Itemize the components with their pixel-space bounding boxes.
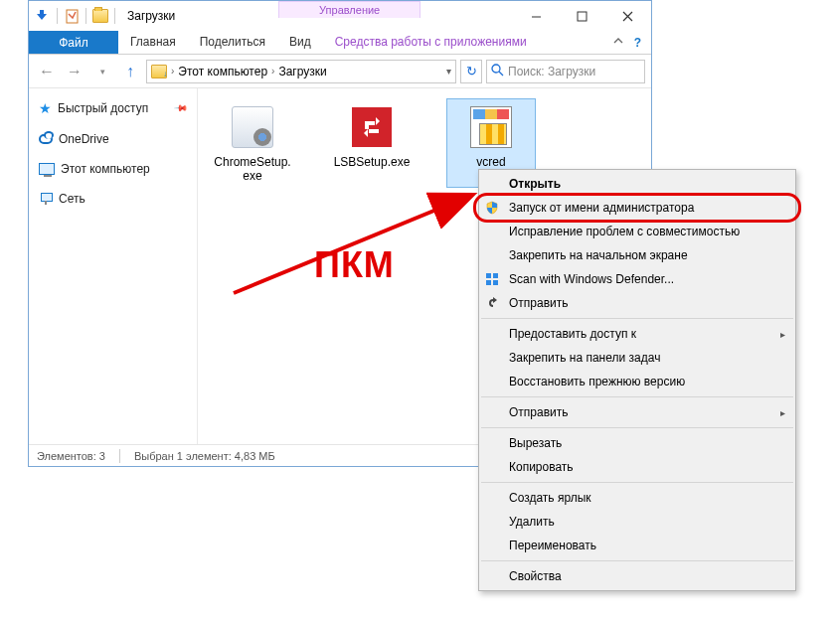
ctx-grant-access[interactable]: Предоставить доступ к▸ <box>479 322 795 346</box>
file-item[interactable]: LSBSetup.exe <box>327 98 417 188</box>
ctx-delete[interactable]: Удалить <box>479 510 795 534</box>
ctx-item-label: Закрепить на панели задач <box>509 351 660 365</box>
close-button[interactable] <box>605 1 651 31</box>
file-item[interactable]: ChromeSetup.exe <box>208 98 297 188</box>
sidebar-network[interactable]: Сеть <box>33 188 193 210</box>
ctx-compat-troubleshoot[interactable]: Исправление проблем с совместимостью <box>479 220 795 243</box>
sidebar-item-label: OneDrive <box>59 132 109 146</box>
tab-view[interactable]: Вид <box>277 31 323 54</box>
sidebar-onedrive[interactable]: OneDrive <box>33 128 193 150</box>
cloud-icon <box>39 134 53 144</box>
search-icon <box>491 64 504 79</box>
search-box[interactable]: Поиск: Загрузки <box>486 60 645 83</box>
properties-icon[interactable] <box>64 8 80 24</box>
svg-line-4 <box>499 72 503 76</box>
ctx-rename[interactable]: Переименовать <box>479 534 795 557</box>
ctx-pin-taskbar[interactable]: Закрепить на панели задач <box>479 346 795 370</box>
contextual-tab-manage[interactable]: Управление <box>278 1 420 18</box>
ctx-cut[interactable]: Вырезать <box>479 431 795 455</box>
ctx-item-label: Scan with Windows Defender... <box>509 272 674 286</box>
ctx-item-label: Запуск от имени администратора <box>509 201 694 215</box>
tab-home[interactable]: Главная <box>118 31 188 54</box>
shield-icon <box>485 201 499 215</box>
minimize-button[interactable] <box>514 1 560 31</box>
svg-point-3 <box>492 65 500 73</box>
context-menu: Открыть Запуск от имени администратора И… <box>478 169 796 591</box>
tab-app-tools[interactable]: Средства работы с приложениями <box>323 31 539 54</box>
ctx-defender-scan[interactable]: Scan with Windows Defender... <box>479 267 795 291</box>
share-icon <box>485 295 501 311</box>
status-item-count: Элементов: 3 <box>37 450 105 462</box>
search-placeholder: Поиск: Загрузки <box>508 65 595 78</box>
quick-access-toolbar: Загрузки <box>29 1 185 31</box>
defender-icon <box>485 272 499 286</box>
breadcrumb-folder[interactable]: Загрузки <box>278 65 326 78</box>
nav-bar: ← → ▾ ↑ › Этот компьютер › Загрузки ▾ ↻ … <box>29 55 651 88</box>
sidebar-quick-access[interactable]: ★ Быстрый доступ 📌 <box>33 96 193 120</box>
ctx-item-label: Предоставить доступ к <box>509 327 636 341</box>
ctx-item-label: Удалить <box>509 515 555 529</box>
svg-rect-12 <box>486 273 491 278</box>
ctx-open[interactable]: Открыть <box>479 172 795 196</box>
ctx-item-label: Создать ярлык <box>509 491 591 505</box>
breadcrumb-root[interactable]: Этот компьютер <box>178 65 267 78</box>
ctx-share[interactable]: Отправить <box>479 291 795 315</box>
nav-pane: ★ Быстрый доступ 📌 OneDrive Этот компьют… <box>29 88 198 444</box>
svg-rect-2 <box>578 12 587 21</box>
ctx-send-to[interactable]: Отправить▸ <box>479 400 795 424</box>
svg-rect-13 <box>493 273 498 278</box>
ctx-item-label: Исправление проблем с совместимостью <box>509 225 740 238</box>
folder-icon[interactable] <box>92 9 108 23</box>
computer-icon <box>39 163 55 175</box>
installer-icon <box>232 106 273 148</box>
chevron-right-icon[interactable]: › <box>271 66 274 77</box>
sidebar-item-label: Сеть <box>59 192 85 206</box>
ctx-run-as-admin[interactable]: Запуск от имени администратора <box>479 196 795 220</box>
nav-forward-button[interactable]: → <box>63 60 86 83</box>
ctx-item-label: Свойства <box>509 569 562 583</box>
chevron-right-icon[interactable]: › <box>171 66 174 77</box>
sidebar-this-pc[interactable]: Этот компьютер <box>33 158 193 180</box>
address-dropdown-icon[interactable]: ▾ <box>446 66 451 77</box>
refresh-button[interactable]: ↻ <box>460 60 482 83</box>
ctx-create-shortcut[interactable]: Создать ярлык <box>479 486 795 510</box>
down-arrow-icon[interactable] <box>33 7 51 25</box>
ctx-pin-start[interactable]: Закрепить на начальном экране <box>479 243 795 267</box>
ctx-item-label: Вырезать <box>509 436 562 450</box>
ctx-item-label: Копировать <box>509 460 574 474</box>
annotation-label: ПКМ <box>314 244 395 286</box>
help-icon[interactable]: ? <box>634 36 641 50</box>
file-name: vcred <box>476 155 505 169</box>
file-name: LSBSetup.exe <box>334 155 411 169</box>
ctx-copy[interactable]: Копировать <box>479 455 795 479</box>
ribbon-collapse-icon[interactable] <box>612 35 624 50</box>
title-bar: Загрузки Управление <box>29 1 651 31</box>
file-name: ChromeSetup.exe <box>213 155 292 183</box>
sidebar-item-label: Быстрый доступ <box>58 101 148 115</box>
installer-icon <box>470 106 512 148</box>
tab-share[interactable]: Поделиться <box>188 31 277 54</box>
nav-back-button[interactable]: ← <box>35 60 59 83</box>
ctx-item-label: Переименовать <box>509 539 596 552</box>
nav-up-button[interactable]: ↑ <box>118 60 142 83</box>
ctx-properties[interactable]: Свойства <box>479 564 795 588</box>
ctx-item-label: Отправить <box>509 405 569 419</box>
app-icon <box>352 107 392 147</box>
network-icon <box>39 193 53 205</box>
svg-rect-15 <box>493 280 498 285</box>
tab-file[interactable]: Файл <box>29 31 118 54</box>
maximize-button[interactable] <box>560 1 605 31</box>
status-selection: Выбран 1 элемент: 4,83 МБ <box>134 450 275 462</box>
ctx-item-label: Закрепить на начальном экране <box>509 248 688 262</box>
star-icon: ★ <box>39 100 52 116</box>
chevron-right-icon: ▸ <box>780 407 785 418</box>
ctx-item-label: Восстановить прежнюю версию <box>509 375 685 388</box>
chevron-right-icon: ▸ <box>780 329 785 340</box>
ctx-item-label: Отправить <box>509 296 569 310</box>
ctx-restore-version[interactable]: Восстановить прежнюю версию <box>479 370 795 393</box>
sidebar-item-label: Этот компьютер <box>61 162 150 176</box>
nav-recent-dropdown[interactable]: ▾ <box>90 60 114 83</box>
address-bar[interactable]: › Этот компьютер › Загрузки ▾ <box>146 60 456 83</box>
ribbon-tabs: Файл Главная Поделиться Вид Средства раб… <box>29 31 651 55</box>
folder-icon <box>151 65 167 78</box>
